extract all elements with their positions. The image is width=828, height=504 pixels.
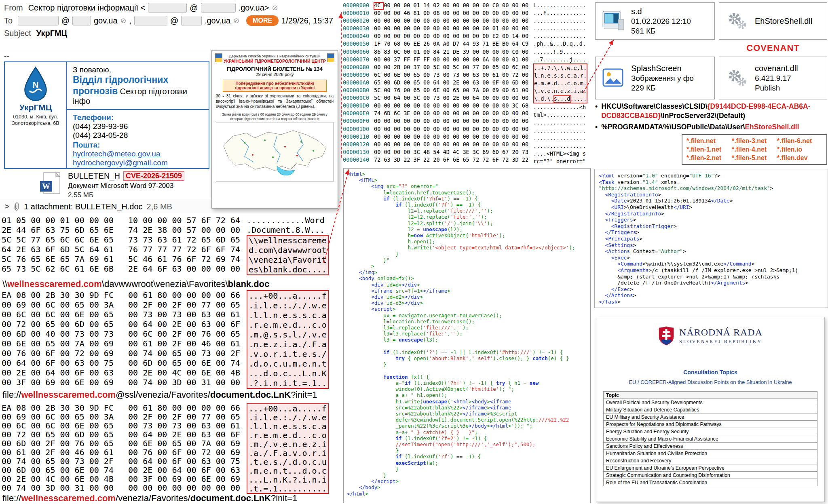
persistence-indicators: • HKCU\Software\Classes\CLSID\{D9144DCD-…: [595, 102, 828, 133]
topic-row: Role of the EU and Transatlantic Coordin…: [604, 479, 817, 486]
topic-row: Prospects for Negotiations and Diplomati…: [604, 421, 817, 428]
hexdump-lnk: EA 08 00 2B 30 30 9D FC 00 61 80 00 00 0…: [2, 403, 329, 494]
allowed-domain: *.filen-3.net: [732, 137, 777, 145]
signature-dept-line1: Відділ гідрологічних: [73, 74, 203, 86]
attachment-bar-size: 2,6 MB: [147, 202, 172, 211]
word-doc-icon: W: [39, 171, 62, 195]
header-divider: [0, 49, 339, 49]
redacted-from-user: [148, 3, 187, 13]
hex-offsets: 00000000 00000010 00000020 00000030 0000…: [343, 2, 369, 165]
subject-label: Subject: [4, 29, 31, 38]
attachment-name: BULLETEN_H: [68, 171, 120, 181]
cve-badge: CVE-2026-21509: [123, 171, 184, 181]
slovak-emblem-icon: [658, 326, 674, 346]
attachment-size: 2,55 МБ: [68, 191, 184, 199]
caption-mid: @ssl/venezia/Favorites/: [116, 390, 210, 400]
covenant-dll-version: 6.421.9.17: [755, 74, 798, 83]
from-sender-name: Сектор підготовки інформації <: [28, 3, 146, 13]
topic-row: EU Military and Security Assistance: [604, 413, 817, 421]
scheduled-task-xml: <?xml version="1.0" encoding="UTF-16"?> …: [599, 173, 824, 305]
more-recipients-button[interactable]: MORE: [246, 15, 279, 26]
caption-prefix: \\: [2, 279, 7, 289]
at-separator: @: [190, 3, 198, 13]
expander-chevron-icon[interactable]: >: [5, 202, 9, 211]
phones-label: Телефони:: [73, 113, 203, 122]
allowed-domain: *.filen.dev: [777, 154, 822, 162]
sd-file-name: s.d: [631, 7, 691, 16]
attachment-meta: BULLETEN_H CVE-2026-21509 Документ Micro…: [68, 171, 184, 199]
attachment-chip[interactable]: W BULLETEN_H CVE-2026-21509 Документ Mic…: [39, 171, 217, 199]
hex-bytes: EA 08 00 2B 30 30 9D FC 00 61 80 00 00 0…: [2, 403, 240, 492]
sd-file-size: 561 КБ: [631, 27, 691, 36]
signature-email-link-2[interactable]: hydrochergovyi@gmail.com: [73, 158, 168, 167]
topic-row: EU Enlargement and Ukraine's European Pe…: [604, 464, 817, 472]
bulletin-body-text: 30 - 31 січня, у зв'язку зі хуртовинами …: [216, 93, 334, 109]
decoy-document-preview: NÁRODNÁ RADA SLOVENSKEJ REPUBLIKY Consul…: [596, 317, 825, 502]
dll-gears-icon: [726, 69, 748, 87]
dll-file-name: EhStoreShell.dll: [745, 123, 799, 131]
allowed-domain: *.filen.net: [686, 137, 732, 145]
registry-path-suffix: \InProcServer32\(Default): [661, 112, 745, 120]
hexdump-lnk-ssl: EA 08 00 2B 30 30 9D FC 00 61 80 00 00 0…: [2, 290, 329, 389]
parliament-name-line2: SLOVENSKEJ REPUBLIKY: [679, 339, 763, 345]
covenant-dll-file-name: covenant.dll: [755, 64, 798, 73]
signature-greeting: З повагою,: [73, 65, 203, 74]
phone-2: (044) 234-05-28: [73, 131, 203, 140]
topic-cell: EU Military and Security Assistance: [604, 413, 817, 421]
allowed-domain: *.filen-6.net: [777, 137, 822, 145]
topic-cell: Role of the EU and Transatlantic Coordin…: [604, 479, 817, 486]
hexdump-word-document: 01 05 00 00 01 00 00 00 10 00 00 00 57 6…: [2, 215, 329, 275]
caption-domain: wellnesscaremed.com: [21, 493, 116, 503]
hex-bytes: 01 05 00 00 01 00 00 00 10 00 00 00 57 6…: [2, 215, 240, 274]
topic-cell: Energy Situation and Energy Security: [604, 428, 817, 435]
scheduled-task-xml-panel: <?xml version="1.0" encoding="UTF-16"?> …: [594, 169, 828, 308]
bullet-glyph: •: [595, 122, 598, 132]
topic-row: Humanitarian Situation and Civilian Prot…: [604, 450, 817, 457]
to-suffix-2: .gov.ua: [205, 16, 230, 25]
file-url-ssl-caption: file://wellnesscaremed.com@ssl/venezia/F…: [2, 390, 317, 400]
redacted-to-domain-2: [181, 16, 202, 25]
recipient-blocked-icon: ⊘: [233, 16, 239, 25]
lnk-html-code-panel: <html> <HTML> <img src="?" onerror=" l=l…: [343, 168, 591, 503]
caption-mid: /venezia/Favorites/: [116, 493, 190, 503]
topics-column-header: Topic: [604, 392, 817, 399]
redacted-to-user-1: [18, 16, 59, 25]
bulletin-title: ГІДРОЛОГІЧНИЙ БЮЛЕТЕНЬ № 134: [216, 66, 334, 72]
file-tile-ehstoreshell[interactable]: EhStoreShell.dll: [719, 2, 827, 40]
ascii-plain: ............Word .Document.8.W...: [247, 215, 329, 235]
registry-path: HKCU\Software\Classes\CLSID\{D9144DCD-E9…: [601, 102, 828, 120]
signature-email-link-1[interactable]: hydrotech@meteo.gov.ua: [73, 150, 160, 158]
splashscreen-file-type: Зображення у фо: [631, 74, 694, 83]
attachment-bar-label: 1 attachment: BULLETEN_H.doc: [24, 202, 142, 211]
topic-row: Economic Stability and Macro-Financial A…: [604, 435, 817, 443]
paperclip-icon: [13, 202, 20, 211]
covenant-dll-publisher: Publish: [755, 84, 798, 93]
email-subject-row: Subject УкрГМЦ: [4, 29, 339, 38]
ukrgmc-waterdrop-logo: N: [20, 66, 51, 101]
file-tile-sd[interactable]: s.d 01.02.2026 12:10 561 КБ: [595, 2, 715, 40]
bulletin-left-emblem: [215, 53, 222, 62]
registry-path-prefix: HKCU\Software\Classes\CLSID\: [601, 102, 708, 110]
caption-post: ?init=1: [291, 390, 317, 400]
ehstoreshell-file-name: EhStoreShell.dll: [755, 17, 812, 26]
to-label: To: [4, 16, 13, 25]
org-address: 01030, м. Київ, вул. Золотоворітська, 6В: [5, 114, 66, 127]
hexdump-lnk-header-editor: 00000000 00000010 00000020 00000030 0000…: [343, 2, 587, 165]
ascii-column: ...+00...a.....f .i.l.e.:././.w.e .l.l.n…: [247, 403, 329, 494]
email-header: From Сектор підготовки інформації < @ .g…: [0, 0, 339, 38]
redacted-to-domain-1: [72, 16, 91, 25]
caption-domain: wellnesscaremed.com: [7, 279, 102, 289]
splashscreen-file-size: 229 КБ: [631, 84, 694, 93]
signature-text-cell: З повагою, Відділ гідрологічних прогнозі…: [67, 62, 209, 168]
from-suffix: .gov.ua>: [239, 3, 269, 13]
file-tile-splashscreen[interactable]: SplashScreen Зображення у фо 229 КБ: [595, 57, 715, 99]
signature-logo-cell: N УкрГМЦ 01030, м. Київ, вул. Золотоворі…: [5, 62, 67, 168]
file-tile-covenant-dll[interactable]: covenant.dll 6.421.9.17 Publish: [719, 57, 827, 99]
redacted-to-user-2: [134, 16, 167, 25]
document-title: Consultation Topics: [596, 369, 824, 375]
ascii-column: ............Word .Document.8.W... \\well…: [247, 215, 329, 275]
recipient-blocked-icon: ⊘: [120, 16, 127, 25]
bulletin-center-line: УКРАЇНСЬКИЙ ГІДРОМЕТЕОРОЛОГІЧНИЙ ЦЕНТР: [216, 59, 334, 63]
caption-prefix: file://: [2, 493, 21, 503]
comma-separator: ,: [129, 16, 132, 25]
